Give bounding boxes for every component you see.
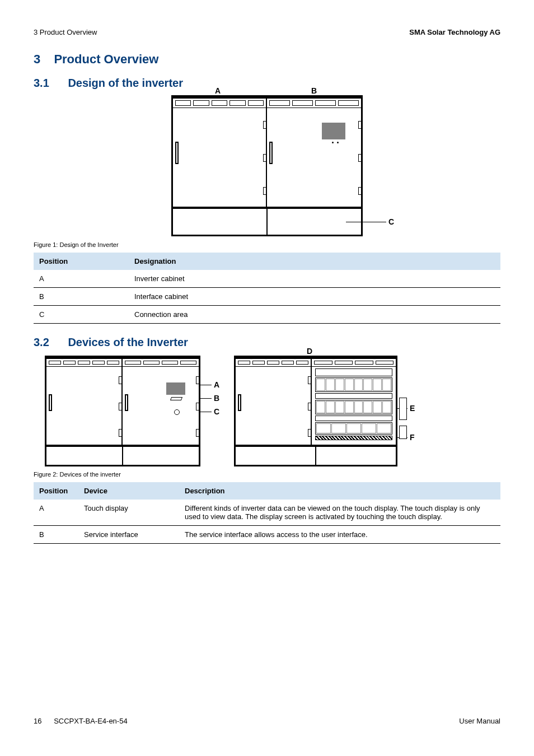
table-devices: Position Device Description A Touch disp… <box>34 482 500 544</box>
table-cell-designation: Inverter cabinet <box>129 270 500 288</box>
figure-1-caption: Figure 1: Design of the Inverter <box>34 241 500 248</box>
touch-display-icon <box>166 382 185 395</box>
figure-2: A B C <box>34 356 500 466</box>
figure-2-label-d: D <box>307 347 312 356</box>
figure-1: A B C <box>34 95 500 237</box>
table-design: Position Designation A Inverter cabinet … <box>34 253 500 324</box>
page-number: 16 <box>34 717 41 725</box>
table-cell-position: B <box>34 526 78 544</box>
table-header-description: Description <box>179 482 500 500</box>
heading-1-number: 3 <box>34 52 40 67</box>
table-header-position: Position <box>34 253 129 270</box>
header-left: 3 Product Overview <box>34 28 97 36</box>
table-header-row: Position Device Description <box>34 482 500 500</box>
heading-1: 3 Product Overview <box>34 52 500 67</box>
table-cell-description: The service interface allows access to t… <box>179 526 500 544</box>
table-cell-position: A <box>34 500 78 526</box>
figure-1-label-b: B <box>311 86 317 95</box>
figure-2-label-e: E <box>410 404 415 413</box>
heading-2-number: 3.2 <box>34 336 49 349</box>
display-panel-icon <box>322 123 345 139</box>
table-header-device: Device <box>78 482 179 500</box>
table-cell-designation: Interface cabinet <box>129 288 500 306</box>
figure-2-caption: Figure 2: Devices of the inverter <box>34 471 500 478</box>
table-cell-position: A <box>34 270 129 288</box>
table-cell-position: B <box>34 288 129 306</box>
key-switch-icon <box>174 409 180 415</box>
table-row: A Touch display Different kinds of inver… <box>34 500 500 526</box>
table-header-position: Position <box>34 482 78 500</box>
table-cell-position: C <box>34 306 129 324</box>
heading-2-title: Design of the inverter <box>68 77 183 89</box>
figure-2-label-f: F <box>410 433 415 442</box>
service-interface-icon <box>170 397 182 400</box>
table-cell-device: Service interface <box>78 526 179 544</box>
heading-2-design: 3.1 Design of the inverter <box>34 77 500 90</box>
table-cell-designation: Connection area <box>129 306 500 324</box>
heading-2-title: Devices of the Inverter <box>68 336 188 348</box>
table-header-row: Position Designation <box>34 253 500 270</box>
figure-1-label-a: A <box>215 86 221 95</box>
heading-2-number: 3.1 <box>34 77 49 90</box>
table-row: A Inverter cabinet <box>34 270 500 288</box>
table-header-designation: Designation <box>129 253 500 270</box>
table-cell-description: Different kinds of inverter data can be … <box>179 500 500 526</box>
table-row: C Connection area <box>34 306 500 324</box>
header-right: SMA Solar Technology AG <box>409 28 500 36</box>
table-row: B Interface cabinet <box>34 288 500 306</box>
table-cell-device: Touch display <box>78 500 179 526</box>
figure-2-label-b: B <box>214 394 219 403</box>
figure-1-label-c: C <box>388 217 394 226</box>
table-row: B Service interface The service interfac… <box>34 526 500 544</box>
heading-1-title: Product Overview <box>54 52 158 66</box>
figure-2-label-a: A <box>214 380 219 389</box>
heading-2-devices: 3.2 Devices of the Inverter <box>34 336 500 349</box>
figure-2-label-c: C <box>214 407 219 416</box>
doc-id: SCCPXT-BA-E4-en-54 <box>54 717 128 725</box>
footer-right: User Manual <box>459 717 500 725</box>
